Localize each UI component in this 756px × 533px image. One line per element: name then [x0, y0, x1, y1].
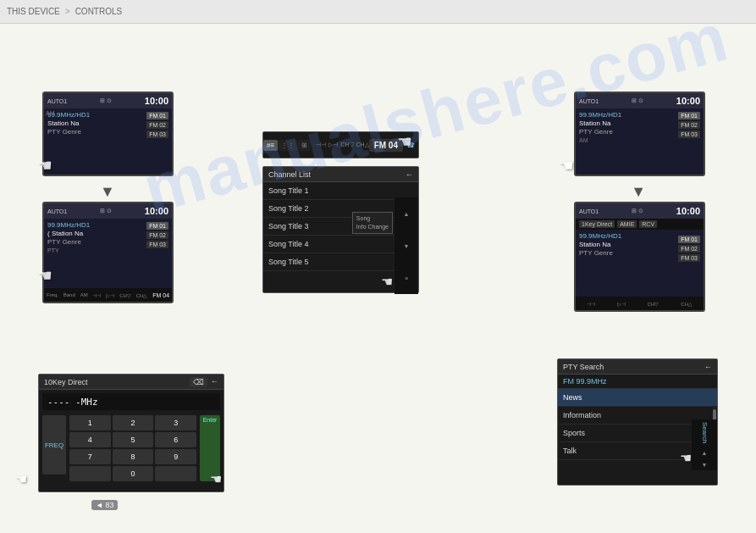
pty-search-btn[interactable]: Search — [701, 422, 709, 443]
pty-title: PTY Search — [563, 363, 604, 371]
screen4-presets: FM 01 FM 02 FM 03 — [678, 236, 700, 262]
screen4-label-1key[interactable]: 1Key Direct — [579, 220, 615, 228]
tk-num-5[interactable]: 5 — [113, 432, 154, 447]
hand-cursor-cl: ☚ — [381, 274, 393, 290]
screen3-preset-fm03[interactable]: FM 03 — [678, 130, 700, 138]
pty-header: PTY Search ← — [558, 359, 717, 375]
screen3-am: AM — [579, 137, 700, 143]
hand-cursor-tenkey-right: ☚ — [210, 471, 222, 487]
cl-info-box: Song Info Change — [352, 212, 393, 234]
screen4-topbar: AUTO1 ⊞ ⊙ 10:00 — [576, 203, 704, 219]
tk-freq-btn[interactable]: FREQ — [42, 415, 66, 475]
screen4-preset-fm01[interactable]: FM 01 — [678, 236, 700, 243]
breadcrumb-2: CONTROLS — [75, 7, 123, 16]
tk-num-empty1 — [69, 466, 111, 481]
radio-screen-3: AUTO1 ⊞ ⊙ 10:00 99.9MHz/HD1 Station Na P… — [574, 92, 705, 176]
pty-sidebar-down[interactable]: ▼ — [702, 462, 708, 468]
tk-num-3[interactable]: 3 — [155, 415, 196, 430]
tk-num-empty2 — [155, 466, 196, 481]
arrow-down-2: ▼ — [631, 183, 646, 201]
arrow-down-1: ▼ — [100, 183, 115, 201]
cl-title: Channel List — [268, 170, 311, 179]
cl-sidebar: ▲ ▼ ≡ — [395, 197, 418, 294]
screen4-preset-fm02[interactable]: FM 02 — [678, 245, 700, 253]
cl-header: Channel List ← — [263, 167, 418, 182]
hand-cursor-3: ☚ — [559, 155, 574, 175]
main-content: manualshere.com AUTO1 ⊞ ⊙ 10:00 99.9MHz/… — [0, 24, 756, 533]
screen4-label-rcv[interactable]: RCV — [639, 220, 657, 228]
screen3-time: 10:00 — [676, 96, 700, 106]
screen3-preset-fm02[interactable]: FM 02 — [678, 121, 700, 129]
tk-num-6[interactable]: 6 — [155, 432, 196, 447]
tk-num-2[interactable]: 2 — [113, 415, 154, 430]
tb-btn-list[interactable]: ⋮⋮ — [278, 140, 298, 151]
screen2-presets: FM 01 FM 02 FM 03 — [146, 222, 168, 248]
tk-numpad: 1 2 3 4 5 6 7 8 9 0 — [69, 415, 196, 481]
screen3-presets: FM 01 FM 02 FM 03 — [678, 112, 700, 138]
tk-title: 10Key Direct — [44, 378, 88, 386]
tb-btn-menu[interactable]: ⊞ — [298, 140, 311, 151]
screen3-preset-fm01[interactable]: FM 01 — [678, 112, 700, 119]
screen1-time: 10:00 — [145, 96, 168, 106]
channel-list-panel: Channel List ← Song Title 1 Song Title 2… — [262, 166, 419, 293]
tk-freq-display: ---- -MHz — [42, 393, 220, 410]
cl-info-change: Info Change — [356, 223, 389, 231]
tenkey-panel: 10Key Direct ⌫ ← ---- -MHz FREQ 1 2 3 4 … — [38, 374, 224, 492]
page-num-arrow: ◄ 83 — [91, 500, 118, 510]
screen1-topbar: AUTO1 ⊞ ⊙ 10:00 — [44, 93, 172, 108]
screen1-auto: AUTO1 — [47, 98, 67, 104]
tk-clear[interactable]: ⌫ — [190, 377, 207, 387]
preset-fm02[interactable]: FM 02 — [146, 121, 168, 129]
radio-screen-4: AUTO1 ⊞ ⊙ 10:00 1Key Direct AMIE RCV 99.… — [574, 202, 705, 312]
hand-cursor-toolbar: ☚ — [397, 131, 412, 152]
pty-panel: PTY Search ← FM 99.9MHz News Information… — [557, 358, 718, 486]
cl-sidebar-up[interactable]: ▲ — [404, 211, 410, 217]
screen4-bottombar: ⊣⊣ ▷⊣ CH▽ CH△ — [576, 297, 704, 310]
pty-item-news[interactable]: News — [558, 389, 717, 407]
tb-btn-grid[interactable]: #≡ — [263, 140, 278, 151]
screen1-presets: FM 01 FM 02 FM 03 — [146, 112, 168, 138]
tb-labels: ⊣⊣ ▷⊣ CH▽ CH△ — [316, 142, 368, 148]
pty-sidebar-up[interactable]: ▲ — [702, 450, 708, 456]
screen1-am: AM — [46, 110, 55, 116]
cl-sidebar-down[interactable]: ▼ — [404, 243, 410, 249]
screen2-preset-fm02[interactable]: FM 02 — [146, 231, 168, 239]
screen2-bottombar: Freq. Band AM ⊣⊣ ▷⊣ CH▽ CH△ FM 04 — [44, 288, 172, 302]
screen2-topbar: AUTO1 ⊞ ⊙ 10:00 — [44, 203, 172, 219]
toolbar-strip: #≡ ⋮⋮ ⊞ ⊣⊣ ▷⊣ CH▽ CH△ FM 04 ☎ — [262, 131, 419, 158]
cl-back[interactable]: ← — [406, 170, 413, 179]
screen4-top-labels: 1Key Direct AMIE RCV — [576, 219, 704, 230]
radio-screen-2: AUTO1 ⊞ ⊙ 10:00 99.9MHz/HD1 ( Station Na… — [42, 202, 174, 303]
tk-num-9[interactable]: 9 — [155, 449, 196, 464]
header-bar: THIS DEVICE > CONTROLS — [0, 0, 756, 24]
screen4-label-amie[interactable]: AMIE — [617, 220, 637, 228]
pty-back[interactable]: ← — [704, 363, 712, 371]
hand-cursor-pty: ☚ — [680, 450, 692, 466]
tk-num-1[interactable]: 1 — [69, 415, 111, 430]
tk-num-7[interactable]: 7 — [69, 449, 111, 464]
hand-cursor-tenkey-left: ☚ — [15, 471, 27, 487]
screen2-preset-fm01[interactable]: FM 01 — [146, 222, 168, 230]
screen4-time: 10:00 — [676, 206, 700, 216]
cl-sidebar-more[interactable]: ≡ — [405, 275, 408, 281]
pty-freq: FM 99.9MHz — [558, 375, 717, 389]
preset-fm03[interactable]: FM 03 — [146, 130, 168, 138]
screen3-auto: AUTO1 — [579, 98, 599, 104]
tk-num-0[interactable]: 0 — [113, 466, 154, 481]
tk-body: FREQ 1 2 3 4 5 6 7 8 9 0 Enter — [39, 414, 223, 483]
radio-screen-1: AUTO1 ⊞ ⊙ 10:00 99.9MHz/HD1 Station Na P… — [42, 92, 174, 176]
tk-back[interactable]: ← — [211, 377, 218, 387]
preset-fm01[interactable]: FM 01 — [146, 112, 168, 119]
screen4-auto: AUTO1 — [579, 208, 599, 214]
screen4-preset-fm03[interactable]: FM 03 — [678, 254, 700, 262]
tk-header: 10Key Direct ⌫ ← — [39, 375, 223, 390]
screen2-pty-label: PTY — [47, 247, 168, 253]
hand-cursor-2: ☚ — [37, 265, 52, 286]
screen2-preset-fm03[interactable]: FM 03 — [146, 241, 168, 248]
tk-num-4[interactable]: 4 — [69, 432, 111, 447]
pty-sidebar: Search ▲ ▼ — [692, 419, 717, 470]
tk-num-8[interactable]: 8 — [113, 449, 154, 464]
screen2-auto: AUTO1 — [47, 208, 67, 214]
screen3-topbar: AUTO1 ⊞ ⊙ 10:00 — [576, 93, 704, 108]
hand-cursor-1: ☚ — [37, 155, 52, 175]
